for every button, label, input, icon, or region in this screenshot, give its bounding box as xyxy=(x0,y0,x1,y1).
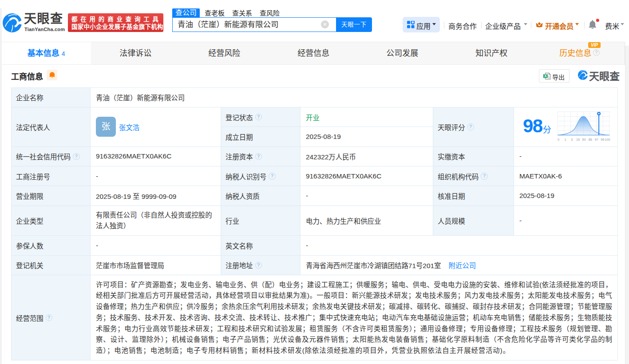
svg-text:50: 50 xyxy=(582,137,585,141)
svg-text:100: 100 xyxy=(605,137,610,141)
svg-text:1: 1 xyxy=(564,137,566,141)
svg-text:0: 0 xyxy=(558,137,559,141)
svg-text:97: 97 xyxy=(594,137,598,141)
svg-text:3: 3 xyxy=(571,137,573,141)
svg-text:15: 15 xyxy=(576,137,580,141)
svg-text:X: X xyxy=(544,74,547,78)
svg-text:99: 99 xyxy=(601,137,604,141)
svg-text:85: 85 xyxy=(588,137,592,141)
